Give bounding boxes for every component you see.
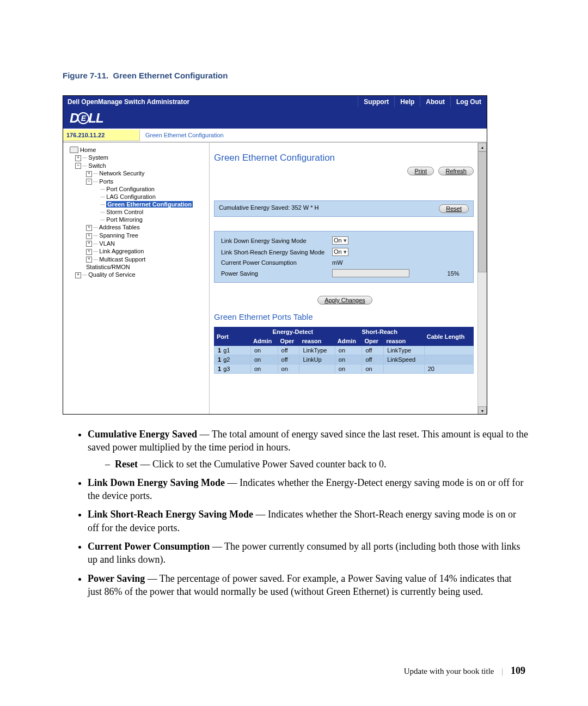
expand-icon[interactable]: + <box>86 225 92 231</box>
scroll-down-icon[interactable]: ▾ <box>478 406 487 415</box>
support-link[interactable]: Support <box>358 96 394 107</box>
col-sr-oper: Oper <box>362 337 384 346</box>
about-link[interactable]: About <box>420 96 450 107</box>
col-port: Port <box>215 327 251 346</box>
nav-address-tables[interactable]: Address Tables <box>99 224 140 230</box>
nav-vlan[interactable]: VLAN <box>99 240 115 247</box>
nav-lag-config[interactable]: LAG Configuration <box>106 193 156 200</box>
description-list: Cumulative Energy Saved — The total amou… <box>63 428 528 598</box>
col-ed-reason: reason <box>299 337 335 346</box>
home-icon <box>70 147 78 153</box>
col-ed-oper: Oper <box>278 337 299 346</box>
window-title: Dell OpenManage Switch Administrator <box>63 98 358 106</box>
figure-caption: Figure 7-11. Green Ethernet Configuratio… <box>63 71 528 80</box>
expand-icon[interactable]: + <box>86 233 92 239</box>
short-reach-select[interactable]: On <box>332 248 348 256</box>
breadcrumb-page: Green Ethernet Configuration <box>140 132 224 138</box>
scroll-up-icon[interactable]: ▴ <box>478 143 487 151</box>
collapse-icon[interactable]: − <box>75 163 81 169</box>
collapse-icon[interactable]: − <box>86 179 92 185</box>
col-sr-reason: reason <box>384 337 425 346</box>
nav-tree: Home +···· System −···· Switch +···· Net… <box>63 143 210 415</box>
page-number: 109 <box>511 665 525 676</box>
ports-table: Port Energy-Detect Short-Reach Cable Len… <box>214 327 474 374</box>
nav-stats-rmon[interactable]: Statistics/RMON <box>86 264 130 270</box>
col-cable-length: Cable Length <box>424 327 473 346</box>
breadcrumb: 176.210.11.22 Green Ethernet Configurati… <box>63 129 487 142</box>
scrollbar[interactable]: ▴ ▾ <box>477 143 487 415</box>
col-energy-detect: Energy-Detect <box>251 327 335 337</box>
device-ip: 176.210.11.22 <box>63 130 140 141</box>
nav-qos[interactable]: Quality of Service <box>88 271 135 278</box>
expand-icon[interactable]: + <box>86 171 92 177</box>
nav-green-ethernet[interactable]: Green Ethernet Configuration <box>106 201 193 208</box>
term-current-power: Current Power Consumption <box>88 541 210 552</box>
page-title: Green Ethernet Configuration <box>214 153 474 163</box>
table-row: 1 g1 onoffLinkType onoffLinkType <box>215 346 474 355</box>
table-row: 1 g2 onoffLinkUp onoffLinkSpeed <box>215 355 474 364</box>
link-down-select[interactable]: On <box>332 236 348 245</box>
nav-network-security[interactable]: Network Security <box>99 170 144 176</box>
col-sr-admin: Admin <box>335 337 362 346</box>
col-ed-admin: Admin <box>251 337 278 346</box>
expand-icon[interactable]: + <box>75 155 81 161</box>
power-saving-label: Power Saving <box>219 267 330 279</box>
nav-switch[interactable]: Switch <box>88 162 106 169</box>
link-down-label: Link Down Energy Saving Mode <box>219 235 330 246</box>
term-reset: Reset <box>115 459 138 470</box>
expand-icon[interactable]: + <box>86 257 92 263</box>
page-footer: Update with your book title | 109 <box>404 665 525 677</box>
apply-changes-button[interactable]: Apply Changes <box>317 296 372 305</box>
expand-icon[interactable]: + <box>75 272 81 278</box>
table-row: 1 g3 onon onon 20 <box>215 364 474 374</box>
svg-text:E: E <box>81 114 87 123</box>
nav-port-mirroring[interactable]: Port Mirroring <box>106 216 143 223</box>
power-consumption-unit: mW <box>332 259 343 266</box>
brand-bar: DELL <box>63 108 487 129</box>
app-screenshot: Dell OpenManage Switch Administrator Sup… <box>63 95 487 415</box>
logout-link[interactable]: Log Out <box>450 96 487 107</box>
ports-table-heading: Green Ethernet Ports Table <box>214 312 474 321</box>
help-link[interactable]: Help <box>394 96 420 107</box>
window-topbar: Dell OpenManage Switch Administrator Sup… <box>63 96 487 108</box>
term-cumulative: Cumulative Energy Saved <box>88 429 197 440</box>
term-link-down: Link Down Energy Saving Mode <box>88 477 225 488</box>
refresh-button[interactable]: Refresh <box>438 167 474 175</box>
power-saving-value: 15% <box>442 267 469 279</box>
nav-spanning-tree[interactable]: Spanning Tree <box>99 232 138 239</box>
nav-home[interactable]: Home <box>80 147 96 153</box>
term-power-saving: Power Saving <box>88 573 145 584</box>
power-consumption-label: Current Power Consumption <box>219 258 330 267</box>
short-reach-label: Link Short-Reach Energy Saving Mode <box>219 246 330 258</box>
dell-logo: DELL <box>70 111 103 126</box>
term-short-reach: Link Short-Reach Energy Saving Mode <box>88 509 253 520</box>
nav-storm-control[interactable]: Storm Control <box>106 209 143 215</box>
scroll-thumb[interactable] <box>478 151 487 272</box>
col-short-reach: Short-Reach <box>335 327 424 337</box>
print-button[interactable]: Print <box>407 167 434 175</box>
energy-saved-panel: Reset Cumulative Energy Saved: 352 W * H <box>214 200 474 217</box>
nav-ports[interactable]: Ports <box>99 178 113 185</box>
nav-multicast[interactable]: Multicast Support <box>99 256 145 263</box>
cumulative-energy-saved: Cumulative Energy Saved: 352 W * H <box>219 204 318 211</box>
power-saving-bar <box>332 269 409 277</box>
nav-port-config[interactable]: Port Configuration <box>106 186 155 192</box>
reset-button[interactable]: Reset <box>439 204 469 213</box>
nav-link-aggregation[interactable]: Link Aggregation <box>99 248 144 254</box>
nav-system[interactable]: System <box>88 154 108 161</box>
footer-text: Update with your book title <box>404 667 494 675</box>
expand-icon[interactable]: + <box>86 249 92 255</box>
expand-icon[interactable]: + <box>86 241 92 247</box>
settings-panel: Link Down Energy Saving Mode On Link Sho… <box>214 231 474 283</box>
